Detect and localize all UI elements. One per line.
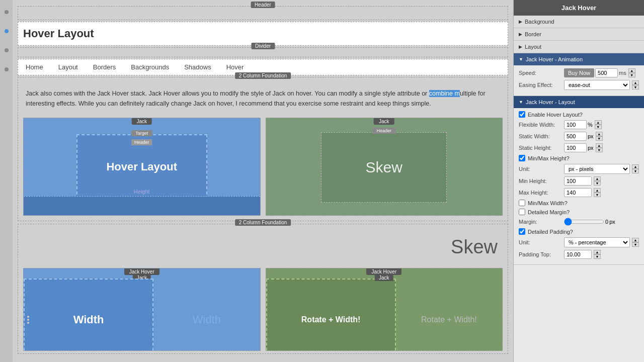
section-layout-header[interactable]: ▶ Layout (514, 41, 644, 53)
static-height-up[interactable]: ▲ (596, 143, 603, 148)
target-label: Target (131, 130, 152, 136)
easing-select[interactable]: ease-out ease-in ease-in-out linear (564, 80, 630, 90)
min-height-up[interactable]: ▲ (594, 176, 601, 181)
section-border-label: Border (525, 31, 541, 37)
margin-row: Margin: 0 px (519, 218, 639, 226)
max-height-input[interactable] (564, 188, 592, 197)
two-col-frame-2: 2 Column Foundation Skew Jack Hover Jack (18, 224, 508, 354)
static-width-input[interactable] (564, 132, 587, 141)
two-col-frame: 2 Column Foundation Jack also comes with… (18, 77, 508, 221)
detailed-padding-checkbox[interactable] (519, 228, 525, 235)
static-height-label: Static Height: (519, 145, 564, 151)
easing-stepper[interactable]: ▲ ▼ (632, 80, 639, 89)
minmax-width-checkbox[interactable] (519, 200, 525, 206)
static-height-down[interactable]: ▼ (596, 148, 603, 152)
padding-top-input[interactable] (564, 250, 592, 259)
header-frame: Header (18, 6, 508, 20)
padding-unit-label: Unit: (519, 239, 564, 245)
margin-slider-container (564, 218, 604, 226)
padding-unit-select[interactable]: % - percentage px - pixels (564, 237, 630, 247)
padding-unit-stepper[interactable]: ▲ ▼ (632, 238, 639, 247)
flex-width-stepper[interactable]: ▲ ▼ (595, 120, 602, 129)
speed-input-group: Buy Now ms ▲ ▼ (564, 68, 639, 77)
min-height-input-group: ▲ ▼ (564, 176, 639, 186)
static-width-down[interactable]: ▼ (596, 136, 603, 141)
speed-down-button[interactable]: ▼ (628, 73, 635, 77)
min-height-down[interactable]: ▼ (594, 181, 601, 186)
skew-big-text: Skew (18, 231, 508, 263)
padding-top-input-group: ▲ ▼ (564, 250, 639, 259)
padding-unit-down[interactable]: ▼ (632, 242, 639, 247)
section-animation: ▼ Jack Hover - Animation Speed: Buy Now … (514, 53, 644, 96)
nav-home[interactable]: Home (26, 63, 43, 71)
speed-stepper[interactable]: ▲ ▼ (628, 68, 635, 77)
easing-up-button[interactable]: ▲ (632, 80, 639, 85)
skew-box: Header Skew (321, 132, 447, 203)
section-background-header[interactable]: ▶ Background (514, 16, 644, 28)
unit-row: Unit: px - pixels % - percentage ▲ ▼ (519, 164, 639, 174)
arrow-down-icon-2: ▼ (519, 100, 523, 105)
padding-unit-up[interactable]: ▲ (632, 238, 639, 242)
speed-input[interactable] (595, 68, 618, 77)
nav-hover[interactable]: Hover (226, 63, 244, 71)
static-height-stepper[interactable]: ▲ ▼ (596, 143, 603, 152)
enable-hover-checkbox[interactable] (519, 111, 525, 118)
section-animation-header[interactable]: ▼ Jack Hover - Animation (514, 53, 644, 65)
unit-stepper[interactable]: ▲ ▼ (632, 164, 639, 173)
minmax-height-checkbox[interactable] (519, 155, 525, 161)
padding-top-up[interactable]: ▲ (594, 250, 601, 254)
flexible-width-input[interactable] (564, 120, 587, 129)
static-height-input[interactable] (564, 143, 587, 152)
speed-up-button[interactable]: ▲ (628, 68, 635, 73)
min-height-stepper[interactable]: ▲ ▼ (594, 176, 601, 186)
sidebar-dot-1 (5, 10, 9, 14)
hover-layout-demo-text: Hover Layout (106, 160, 177, 173)
section-layout-label: Layout (525, 44, 541, 50)
main-content: Header Hover Layout Divider Home Layout … (13, 0, 513, 362)
buy-now-button[interactable]: Buy Now (564, 68, 594, 77)
min-height-row: Min Height: ▲ ▼ (519, 176, 639, 186)
unit-down[interactable]: ▼ (632, 169, 639, 173)
padding-top-down[interactable]: ▼ (594, 254, 601, 259)
nav-borders[interactable]: Borders (93, 63, 116, 71)
flex-width-up[interactable]: ▲ (595, 120, 602, 125)
margin-slider[interactable] (564, 218, 604, 226)
section-border-header[interactable]: ▶ Border (514, 28, 644, 40)
section-hover-layout-header[interactable]: ▼ Jack Hover - Layout (514, 96, 644, 108)
speed-row: Speed: Buy Now ms ▲ ▼ (519, 68, 639, 77)
nav-shadows[interactable]: Shadows (184, 63, 211, 71)
nav-layout[interactable]: Layout (58, 63, 78, 71)
max-height-row: Max Height: ▲ ▼ (519, 188, 639, 197)
arrow-right-icon: ▶ (519, 19, 522, 24)
dot-indicators (27, 316, 29, 324)
width-text: Width (73, 313, 104, 326)
unit-select[interactable]: px - pixels % - percentage (564, 164, 630, 174)
padding-unit-select-group: % - percentage px - pixels ▲ ▼ (564, 237, 639, 247)
blue-bottom-bar (24, 196, 260, 215)
unit-label: Unit: (519, 166, 564, 172)
easing-down-button[interactable]: ▼ (632, 85, 639, 89)
card-skew: Jack Header Skew (266, 118, 503, 216)
section-background-label: Background (525, 19, 554, 25)
panel-title: Jack Hover (514, 0, 644, 16)
detailed-margin-checkbox[interactable] (519, 209, 525, 215)
minmax-width-label: Min/Max Width? (528, 200, 568, 206)
padding-top-stepper[interactable]: ▲ ▼ (594, 250, 601, 259)
arrow-right-icon-2: ▶ (519, 32, 522, 37)
section-hover-layout-label: Jack Hover - Layout (526, 99, 575, 105)
min-height-input[interactable] (564, 176, 592, 186)
skew-header-label: Header (372, 128, 395, 134)
header-inner-label: Header (131, 139, 152, 145)
unit-up[interactable]: ▲ (632, 164, 639, 169)
max-height-stepper[interactable]: ▲ ▼ (594, 188, 601, 197)
static-width-up[interactable]: ▲ (596, 132, 603, 136)
flexible-width-row: Flexible Width: % ▲ ▼ (519, 120, 639, 129)
nav-backgrounds[interactable]: Backgrounds (131, 63, 169, 71)
static-width-stepper[interactable]: ▲ ▼ (596, 132, 603, 141)
enable-hover-row: Enable Hover Layout? (519, 111, 639, 118)
section-layout: ▶ Layout (514, 41, 644, 53)
max-height-down[interactable]: ▼ (594, 193, 601, 197)
canvas-area[interactable]: Header Hover Layout Divider Home Layout … (13, 0, 513, 362)
max-height-up[interactable]: ▲ (594, 188, 601, 193)
flex-width-down[interactable]: ▼ (595, 125, 602, 129)
